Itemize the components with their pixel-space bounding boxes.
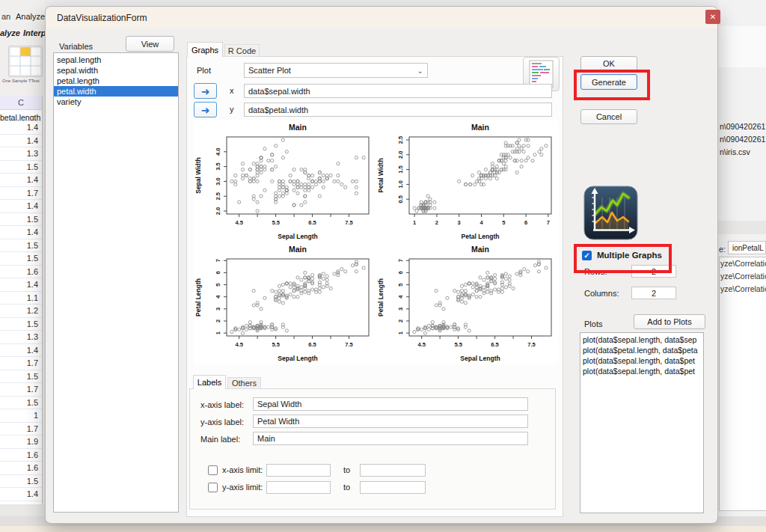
svg-text:Sepal Length: Sepal Length [278,355,317,362]
y-field-label: y [230,105,234,114]
spreadsheet-cell: 1.4 [0,200,42,213]
variable-item[interactable]: sepal.width [54,65,178,76]
spreadsheet-values-column: 1.41.41.31.51.41.71.41.51.41.51.51.61.41… [0,121,43,504]
spreadsheet-cell: 1.4 [0,344,42,358]
variables-label: Variables [59,42,93,51]
variables-listbox[interactable]: sepal.lengthsepal.widthpetal.lengthpetal… [53,52,179,513]
view-button[interactable]: View [126,36,174,52]
x-limit-from-field[interactable] [266,464,331,477]
multiple-graphs-checkbox[interactable]: ✓ [582,251,592,260]
plot-command-item[interactable]: plot(data$sepal.length, data$pet [580,355,703,366]
y-axis-label-field[interactable]: Petal Width [253,415,528,428]
cancel-button[interactable]: Cancel [580,109,637,124]
tab-graphs[interactable]: Graphs [187,42,223,57]
assign-x-button[interactable]: ➜ [194,83,217,99]
y-limit-to-field[interactable] [360,481,426,494]
rows-input[interactable]: 2 [631,265,676,278]
correlation-list-item[interactable]: yze\Correlatio [720,270,766,283]
spreadsheet-column-name: betal.length [0,110,43,121]
generate-button[interactable]: Generate [580,74,637,90]
add-to-plots-button[interactable]: Add to Plots [634,314,705,329]
chart-icon [583,186,638,240]
spreadsheet-cell: 1.3 [0,331,42,344]
ribbon-tab-interpret[interactable]: Interp [23,28,46,37]
svg-text:6: 6 [215,271,221,274]
spreadsheet-cell: 1.5 [0,213,42,227]
svg-text:4.5: 4.5 [235,341,242,348]
ribbon-tab-partial[interactable]: alyze [0,28,20,37]
correlation-list-item[interactable]: yze\Correlatio [720,257,766,270]
svg-text:5: 5 [215,283,221,286]
assign-y-button[interactable]: ➜ [194,102,217,117]
plot-command-item[interactable]: plot(data$petal.length, data$peta [580,345,703,355]
variable-item[interactable]: variety [54,97,178,107]
svg-text:5.5: 5.5 [454,341,462,348]
menu-item-analyze[interactable]: Analyze [16,12,45,21]
spreadsheet-cell: 1.4 [0,121,42,135]
y-limit-from-field[interactable] [266,481,331,494]
y-variable-field[interactable]: data$petal.width [244,103,552,117]
arrow-right-icon: ➜ [201,86,210,97]
svg-text:2.0: 2.0 [397,151,404,159]
columns-input[interactable]: 2 [631,287,676,299]
svg-text:6.5: 6.5 [308,219,316,226]
variable-item[interactable]: petal.length [54,76,178,86]
spreadsheet-cell: 1.5 [0,318,42,331]
spreadsheet-cell: 1.4 [0,488,42,501]
plot-command-item[interactable]: plot(data$sepal.length, data$pet [580,366,703,376]
svg-text:2.0: 2.0 [215,207,221,215]
bottom-cream-bar [0,526,766,532]
menu-item-partial[interactable]: an [1,12,10,21]
svg-text:7: 7 [397,259,404,262]
spreadsheet-cell: 1 [0,409,42,423]
x-limit-to-field[interactable] [360,464,426,477]
plot-type-dropdown[interactable]: Scatter Plot ⌄ [244,63,428,78]
y-axis-label-caption: y-axis label: [200,418,244,426]
one-sample-ttest-icon[interactable] [8,46,43,77]
file-path-item: n\0904202617 [720,120,766,133]
ribbon-icon-caption: One Sample TTest [2,79,40,83]
x-variable-field[interactable]: data$sepal.width [244,84,552,98]
svg-text:6.5: 6.5 [491,341,498,348]
svg-text:3: 3 [215,308,221,311]
title-bar[interactable]: DataVisualizationForm ✕ [46,7,717,28]
plots-listbox[interactable]: plot(data$sepal.length, data$sepplot(dat… [580,332,704,513]
spreadsheet-cell: 1.7 [0,187,42,201]
svg-text:5.5: 5.5 [272,341,279,348]
name-field[interactable]: ionPetalL [728,241,766,254]
svg-text:5.5: 5.5 [272,219,279,226]
spreadsheet-cell: 1.3 [0,147,42,161]
main-label-caption: Main label: [200,435,240,444]
rows-label: Rows: [584,267,607,276]
y-limit-to-label: to [343,483,350,492]
close-icon[interactable]: ✕ [705,10,720,24]
x-field-label: x [230,86,234,95]
svg-text:7.5: 7.5 [345,219,352,226]
tab-r-code[interactable]: R Code [224,44,260,57]
spreadsheet-cell: 1.5 [0,161,42,174]
background-divider [718,221,766,234]
main-label-field[interactable]: Main [253,432,528,445]
variable-item[interactable]: sepal.length [54,55,178,65]
tab-others[interactable]: Others [227,377,261,389]
svg-text:2: 2 [215,319,221,322]
tab-labels[interactable]: Labels [193,375,226,389]
plot-command-item[interactable]: plot(data$sepal.length, data$sep [580,334,703,345]
file-path-item: n\iris.csv [720,146,766,159]
ok-button[interactable]: OK [580,56,637,71]
spreadsheet-cell: 1.6 [0,266,42,279]
spreadsheet-cell: 1.5 [0,397,42,410]
spreadsheet-cell: 1.5 [0,252,42,266]
x-axis-label-caption: x-axis label: [200,400,244,409]
y-axis-limit-checkbox[interactable] [208,483,218,492]
svg-text:1.5: 1.5 [397,165,404,173]
x-axis-limit-checkbox[interactable] [208,465,218,475]
svg-text:7: 7 [547,219,550,226]
x-axis-label-field[interactable]: Sepal Width [253,397,528,411]
variable-item[interactable]: petal.width [54,86,178,97]
correlation-list-item[interactable]: yze\Correlatio [720,283,766,296]
svg-text:Petal Length: Petal Length [461,233,499,240]
spreadsheet-column-header[interactable]: C [0,96,43,110]
svg-text:7: 7 [215,259,221,262]
correlation-list[interactable]: yze\Correlatioyze\Correlatioyze\Correlat… [719,257,766,511]
